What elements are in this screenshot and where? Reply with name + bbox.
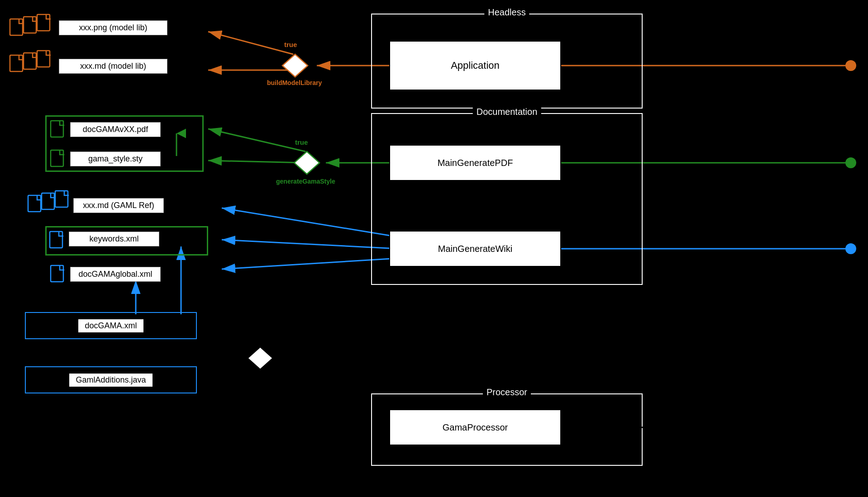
orange-diamond-label: buildModelLibrary	[267, 79, 322, 86]
svg-marker-31	[282, 54, 308, 77]
green-diamond-label: generateGamaStyle	[276, 178, 335, 185]
orange-diamond	[281, 53, 309, 78]
green-true-label: true	[295, 138, 308, 146]
svg-marker-34	[294, 151, 320, 174]
green-file-icon-pdf	[50, 120, 67, 141]
file-label-gaml-ref: xxx.md (GAML Ref)	[73, 198, 164, 213]
svg-rect-26	[24, 17, 36, 33]
svg-point-41	[845, 422, 856, 433]
file-label-global: docGAMAglobal.xml	[70, 267, 161, 282]
svg-point-4	[845, 157, 856, 168]
svg-rect-29	[24, 53, 36, 69]
docgama-xml-frame: docGAMA.xml	[25, 312, 197, 339]
svg-rect-32	[51, 121, 63, 137]
svg-rect-30	[37, 51, 50, 67]
orange-start-dot	[845, 60, 856, 71]
gama-processor-box: GamaProcessor	[389, 409, 561, 445]
main-generate-wiki-box: MainGenerateWiki	[389, 231, 561, 267]
file-label-pdf: docGAMAvXX.pdf	[70, 122, 161, 137]
svg-rect-28	[10, 55, 23, 71]
gaml-additions-frame: GamlAdditions.java	[25, 366, 197, 393]
blue-file-icon-keywords	[49, 231, 66, 251]
processor-package-title: Processor	[483, 387, 531, 398]
black-diamond	[247, 346, 274, 371]
file-label-png: xxx.png (model lib)	[59, 20, 167, 35]
svg-rect-33	[51, 150, 63, 166]
svg-line-7	[208, 129, 305, 151]
main-generate-pdf-box: MainGeneratePDF	[389, 145, 561, 181]
orange-file-icon-1c	[36, 14, 53, 34]
svg-line-2	[208, 32, 293, 54]
blue-file-icon-global	[50, 265, 67, 285]
svg-rect-36	[42, 193, 54, 209]
application-box: Application	[389, 41, 561, 90]
svg-rect-37	[55, 191, 68, 207]
svg-rect-27	[37, 14, 50, 31]
svg-marker-40	[248, 347, 273, 369]
file-label-sty: gama_style.sty	[70, 151, 161, 166]
svg-rect-38	[50, 232, 62, 248]
svg-line-8	[208, 161, 305, 163]
green-file-icon-sty	[50, 149, 67, 170]
blue-file-icon-1c	[54, 190, 72, 211]
svg-point-10	[845, 243, 856, 254]
svg-rect-39	[51, 265, 63, 282]
file-label-md-orange: xxx.md (model lib)	[59, 59, 167, 74]
docgama-xml-label: docGAMA.xml	[78, 319, 143, 332]
diagram-container: Headless Application xxx.png (model lib)…	[0, 0, 868, 497]
file-label-keywords: keywords.xml	[69, 232, 159, 246]
svg-rect-25	[10, 19, 23, 35]
green-diamond	[293, 151, 320, 175]
orange-true-label: true	[284, 41, 297, 48]
gaml-additions-label: GamlAdditions.java	[69, 374, 152, 387]
headless-package-title: Headless	[484, 7, 529, 18]
orange-file-icon-2c	[36, 50, 53, 71]
documentation-package-title: Documentation	[473, 107, 541, 117]
svg-rect-35	[28, 195, 41, 212]
